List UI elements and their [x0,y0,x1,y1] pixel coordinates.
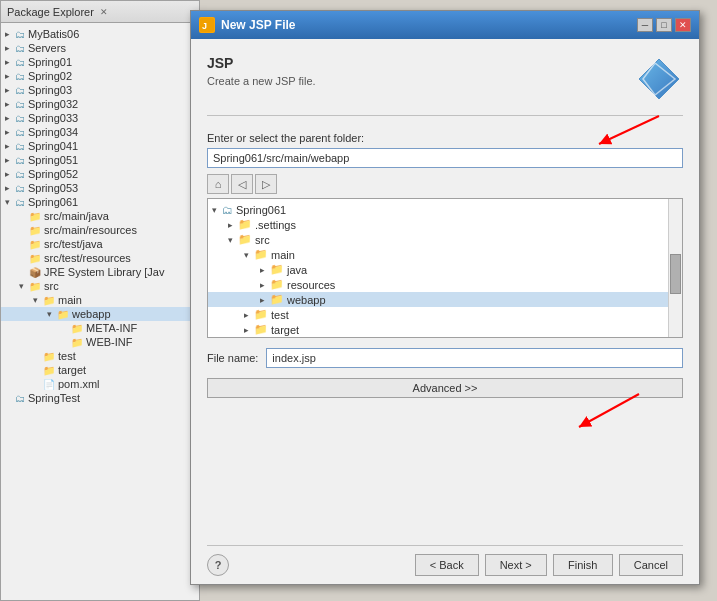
explorer-item[interactable]: ▸ 🗂Spring034 [1,125,199,139]
explorer-item[interactable]: ▸ 🗂MyBatis06 [1,27,199,41]
folder-tree-item[interactable]: ▾ 🗂Spring061 [208,203,682,217]
folder-tree-item[interactable]: ▸ 📁java [208,262,682,277]
explorer-item[interactable]: ▸ 🗂Spring03 [1,83,199,97]
explorer-tree: ▸ 🗂MyBatis06▸ 🗂Servers▸ 🗂Spring01▸ 🗂Spri… [1,23,199,600]
filename-section: File name: [207,348,683,368]
back-button[interactable]: < Back [415,554,479,576]
explorer-item[interactable]: ▾ 📁main [1,293,199,307]
explorer-item[interactable]: 📁WEB-INF [1,335,199,349]
folder-tree-item[interactable]: ▸ 📁webapp [208,292,682,307]
dialog-header-text: JSP Create a new JSP file. [207,55,635,87]
tree-back-button[interactable]: ◁ [231,174,253,194]
dialog-title-icon: J [199,17,215,33]
package-explorer-title: Package Explorer [7,6,94,18]
folder-tree-item[interactable]: ▸ 📁resources [208,277,682,292]
tree-toolbar: ⌂ ◁ ▷ [207,174,683,194]
dialog-footer: ? < Back Next > Finish Cancel [207,545,683,576]
explorer-item[interactable]: ▾ 📁src [1,279,199,293]
folder-path-input[interactable] [207,148,683,168]
dialog-title-text: New JSP File [221,18,295,32]
explorer-item[interactable]: 🗂SpringTest [1,391,199,405]
explorer-item[interactable]: ▸ 🗂Spring01 [1,55,199,69]
scrollbar[interactable] [668,199,682,337]
cancel-button[interactable]: Cancel [619,554,683,576]
dialog-content: JSP Create a new JSP file. Enter or se [191,39,699,584]
close-button[interactable]: ✕ [675,18,691,32]
dialog-title-left: J New JSP File [199,17,295,33]
explorer-item[interactable]: ▾ 📁webapp [1,307,199,321]
package-explorer-panel: Package Explorer ✕ ▸ 🗂MyBatis06▸ 🗂Server… [0,0,200,601]
filename-input[interactable] [266,348,683,368]
explorer-item[interactable]: ▸ 🗂Spring052 [1,167,199,181]
explorer-item[interactable]: ▸ 🗂Spring033 [1,111,199,125]
dialog-header-section: JSP Create a new JSP file. [207,55,683,116]
folder-tree-container: ▾ 🗂Spring061▸ 📁.settings▾ 📁src▾ 📁main▸ 📁… [207,198,683,338]
dialog-subtitle: Create a new JSP file. [207,75,635,87]
folder-tree-item[interactable]: ▸ 🗂SpringTest [208,337,682,338]
advanced-button[interactable]: Advanced >> [207,378,683,398]
jsp-icon [635,55,683,103]
footer-buttons: < Back Next > Finish Cancel [415,554,683,576]
folder-tree-item[interactable]: ▾ 📁src [208,232,682,247]
scrollbar-thumb[interactable] [670,254,681,294]
explorer-item[interactable]: 📦JRE System Library [Jav [1,265,199,279]
footer-left: ? [207,554,229,576]
explorer-item[interactable]: 📁src/main/resources [1,223,199,237]
explorer-item[interactable]: 📁target [1,363,199,377]
explorer-item[interactable]: ▸ 🗂Spring041 [1,139,199,153]
explorer-item[interactable]: 📁test [1,349,199,363]
folder-tree-item[interactable]: ▾ 📁main [208,247,682,262]
folder-tree-item[interactable]: ▸ 📁target [208,322,682,337]
dialog-window-controls: ─ □ ✕ [637,18,691,32]
explorer-item[interactable]: 📁META-INF [1,321,199,335]
next-button[interactable]: Next > [485,554,547,576]
explorer-item[interactable]: ▸ 🗂Spring032 [1,97,199,111]
explorer-item[interactable]: ▸ 🗂Servers [1,41,199,55]
explorer-item[interactable]: ▸ 🗂Spring051 [1,153,199,167]
folder-tree: ▾ 🗂Spring061▸ 📁.settings▾ 📁src▾ 📁main▸ 📁… [208,199,682,338]
help-button[interactable]: ? [207,554,229,576]
package-explorer-header: Package Explorer ✕ [1,1,199,23]
explorer-item[interactable]: ▸ 🗂Spring053 [1,181,199,195]
package-explorer-close[interactable]: ✕ [100,7,108,17]
tree-forward-button[interactable]: ▷ [255,174,277,194]
maximize-button[interactable]: □ [656,18,672,32]
section-label: Enter or select the parent folder: [207,132,683,144]
folder-tree-item[interactable]: ▸ 📁test [208,307,682,322]
explorer-item[interactable]: 📁src/test/java [1,237,199,251]
finish-button[interactable]: Finish [553,554,613,576]
svg-text:J: J [202,21,207,31]
filename-label: File name: [207,352,258,364]
explorer-item[interactable]: ▾ 🗂Spring061 [1,195,199,209]
explorer-item[interactable]: 📄pom.xml [1,377,199,391]
new-jsp-dialog: J New JSP File ─ □ ✕ JSP Create a new JS… [190,10,700,585]
svg-marker-2 [639,59,679,99]
explorer-item[interactable]: 📁src/test/resources [1,251,199,265]
tree-home-button[interactable]: ⌂ [207,174,229,194]
explorer-item[interactable]: ▸ 🗂Spring02 [1,69,199,83]
minimize-button[interactable]: ─ [637,18,653,32]
dialog-main-title: JSP [207,55,635,71]
explorer-item[interactable]: 📁src/main/java [1,209,199,223]
folder-tree-item[interactable]: ▸ 📁.settings [208,217,682,232]
dialog-titlebar: J New JSP File ─ □ ✕ [191,11,699,39]
